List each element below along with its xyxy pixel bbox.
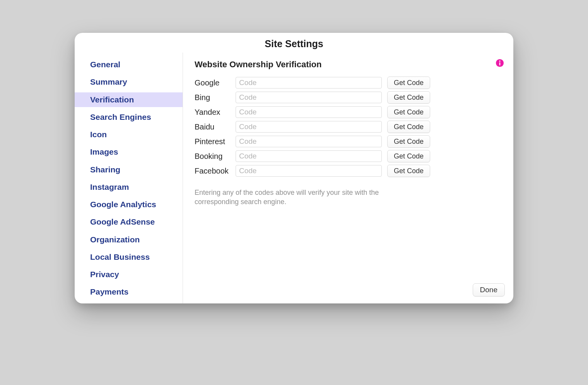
sidebar: GeneralSummaryVerificationSearch Engines… xyxy=(75,53,183,303)
sidebar-item-images[interactable]: Images xyxy=(75,145,183,159)
content-panel: Website Ownership Verification GoogleGet… xyxy=(183,53,513,303)
sidebar-item-instagram[interactable]: Instagram xyxy=(75,180,183,194)
sidebar-item-payments[interactable]: Payments xyxy=(75,284,183,299)
get-code-button-bing[interactable]: Get Code xyxy=(387,91,430,104)
sidebar-item-local-business[interactable]: Local Business xyxy=(75,250,183,264)
verification-input-pinterest[interactable] xyxy=(236,136,382,147)
sidebar-item-google-analytics[interactable]: Google Analytics xyxy=(75,197,183,212)
verification-input-bing[interactable] xyxy=(236,92,382,103)
sidebar-item-sensitive-data[interactable]: Sensitive Data xyxy=(75,302,183,304)
sidebar-item-sharing[interactable]: Sharing xyxy=(75,162,183,177)
sidebar-item-google-adsense[interactable]: Google AdSense xyxy=(75,215,183,229)
verification-label-facebook: Facebook xyxy=(195,167,236,175)
verification-label-booking: Booking xyxy=(195,152,236,161)
get-code-button-baidu[interactable]: Get Code xyxy=(387,121,430,133)
verification-label-google: Google xyxy=(195,78,236,87)
verification-row-google: GoogleGet Code xyxy=(195,77,499,89)
modal-title: Site Settings xyxy=(75,33,513,53)
verification-form: GoogleGet CodeBingGet CodeYandexGet Code… xyxy=(195,77,499,177)
verification-input-yandex[interactable] xyxy=(236,106,382,118)
info-icon[interactable] xyxy=(496,59,504,67)
get-code-button-pinterest[interactable]: Get Code xyxy=(387,135,430,148)
modal-footer: Done xyxy=(473,283,505,296)
verification-row-pinterest: PinterestGet Code xyxy=(195,135,499,148)
sidebar-item-verification[interactable]: Verification xyxy=(75,92,183,107)
verification-input-baidu[interactable] xyxy=(236,121,382,133)
sidebar-item-summary[interactable]: Summary xyxy=(75,75,183,89)
verification-row-yandex: YandexGet Code xyxy=(195,106,499,118)
get-code-button-yandex[interactable]: Get Code xyxy=(387,106,430,118)
verification-label-baidu: Baidu xyxy=(195,123,236,131)
sidebar-item-general[interactable]: General xyxy=(75,57,183,72)
verification-input-facebook[interactable] xyxy=(236,165,382,177)
svg-point-2 xyxy=(499,60,500,61)
done-button[interactable]: Done xyxy=(473,283,505,296)
svg-rect-1 xyxy=(499,62,501,65)
verification-row-booking: BookingGet Code xyxy=(195,150,499,162)
helper-text: Entering any of the codes above will ver… xyxy=(195,188,380,207)
verification-input-booking[interactable] xyxy=(236,150,382,162)
sidebar-item-privacy[interactable]: Privacy xyxy=(75,267,183,282)
get-code-button-booking[interactable]: Get Code xyxy=(387,150,430,162)
sidebar-item-organization[interactable]: Organization xyxy=(75,232,183,247)
verification-row-bing: BingGet Code xyxy=(195,91,499,104)
verification-label-pinterest: Pinterest xyxy=(195,137,236,146)
section-heading: Website Ownership Verification xyxy=(195,60,499,70)
verification-row-facebook: FacebookGet Code xyxy=(195,165,499,177)
verification-label-bing: Bing xyxy=(195,93,236,102)
verification-label-yandex: Yandex xyxy=(195,108,236,117)
sidebar-item-search-engines[interactable]: Search Engines xyxy=(75,110,183,124)
verification-input-google[interactable] xyxy=(236,77,382,89)
get-code-button-facebook[interactable]: Get Code xyxy=(387,165,430,177)
get-code-button-google[interactable]: Get Code xyxy=(387,77,430,89)
sidebar-item-icon[interactable]: Icon xyxy=(75,127,183,142)
modal-body: GeneralSummaryVerificationSearch Engines… xyxy=(75,53,513,303)
site-settings-modal: Site Settings GeneralSummaryVerification… xyxy=(75,33,513,303)
verification-row-baidu: BaiduGet Code xyxy=(195,121,499,133)
